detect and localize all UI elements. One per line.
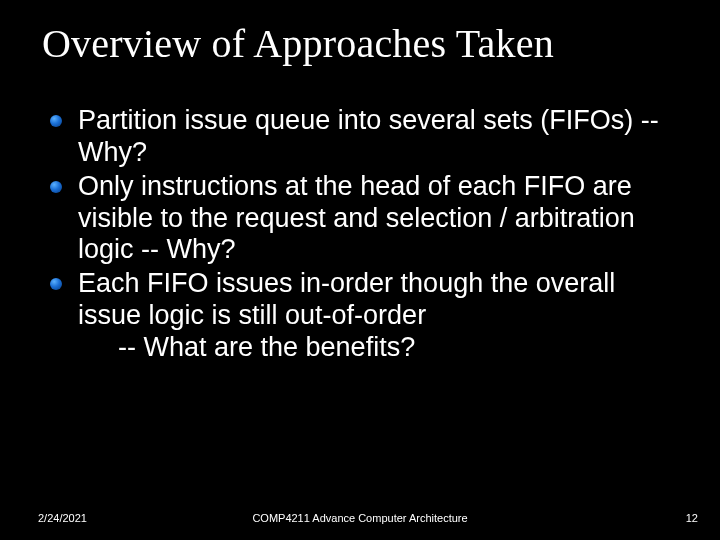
footer-page-number: 12 (686, 512, 698, 524)
slide-title: Overview of Approaches Taken (0, 0, 720, 67)
slide-content: Partition issue queue into several sets … (0, 67, 720, 364)
list-item: Only instructions at the head of each FI… (50, 171, 680, 267)
bullet-icon (50, 181, 62, 193)
bullet-icon (50, 278, 62, 290)
bullet-subtext: -- What are the benefits? (78, 332, 680, 364)
bullet-text: Partition issue queue into several sets … (78, 105, 659, 167)
footer-center: COMP4211 Advance Computer Architecture (252, 512, 467, 524)
slide: Overview of Approaches Taken Partition i… (0, 0, 720, 540)
bullet-list: Partition issue queue into several sets … (50, 105, 680, 364)
bullet-icon (50, 115, 62, 127)
footer-date: 2/24/2021 (0, 512, 200, 524)
slide-footer: 2/24/2021 COMP4211 Advance Computer Arch… (0, 512, 720, 524)
bullet-text: Each FIFO issues in-order though the ove… (78, 268, 615, 330)
bullet-text: Only instructions at the head of each FI… (78, 171, 635, 265)
list-item: Partition issue queue into several sets … (50, 105, 680, 169)
list-item: Each FIFO issues in-order though the ove… (50, 268, 680, 364)
